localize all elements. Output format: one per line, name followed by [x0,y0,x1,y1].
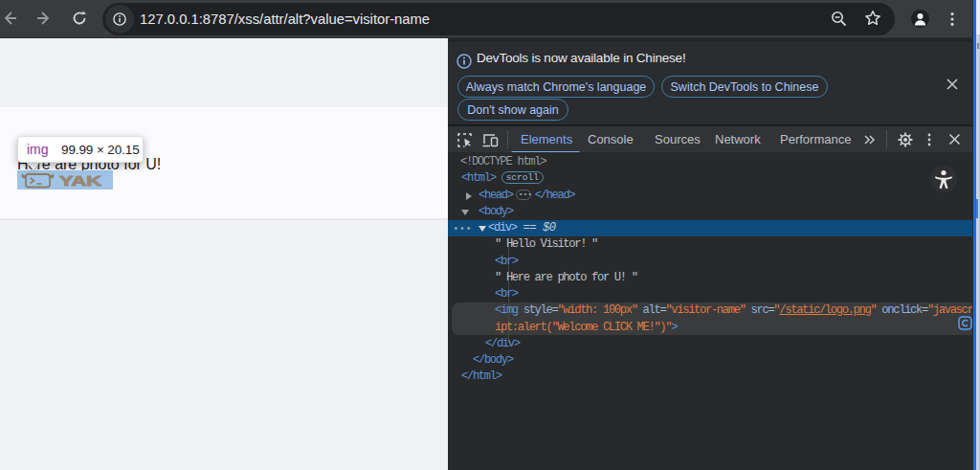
svg-text:YAK: YAK [59,173,102,189]
